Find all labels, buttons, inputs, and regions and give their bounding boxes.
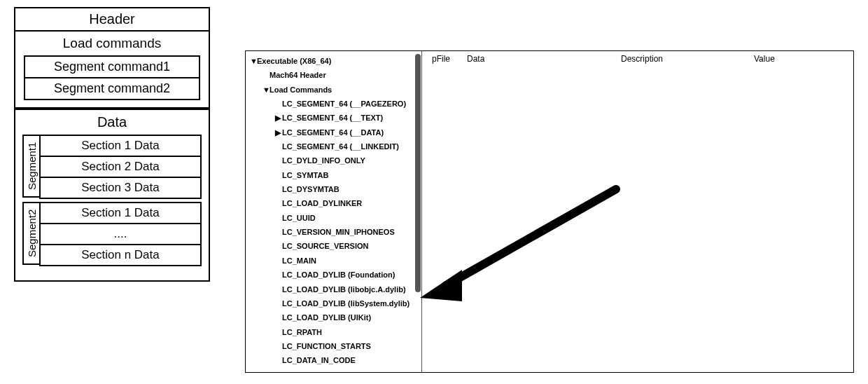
diagram-section-row: Section 3 Data [39, 177, 202, 199]
tree-node-label: LC_LOAD_DYLIB (UIKit) [282, 313, 371, 322]
tree-node[interactable]: ▼Load Commands [250, 83, 416, 97]
column-header-description: Description [611, 54, 744, 68]
tree-node[interactable]: LC_LOAD_DYLINKER [250, 196, 416, 210]
tree-node-label: LC_DATA_IN_CODE [282, 356, 356, 364]
tree-node[interactable]: LC_SYMTAB [250, 168, 416, 182]
tree-node-label: LC_LOAD_DYLIB (Foundation) [282, 270, 395, 279]
tree-node[interactable]: LC_LOAD_DYLIB (Foundation) [250, 268, 416, 282]
tree-node[interactable]: LC_DATA_IN_CODE [250, 353, 416, 367]
tree-node[interactable]: LC_FUNCTION_STARTS [250, 339, 416, 353]
diagram-section-row: Section 1 Data [39, 135, 202, 157]
tree-node-label: LC_CODE_SIGNATURE [282, 371, 368, 372]
tree-node[interactable]: ▶LC_SEGMENT_64 (__TEXT) [250, 111, 416, 125]
tree-node-label: LC_SEGMENT_64 (__TEXT) [282, 114, 383, 122]
macho-tree[interactable]: ▼Executable (X86_64)Mach64 Header▼Load C… [246, 51, 421, 372]
tree-node-label: LC_VERSION_MIN_IPHONEOS [282, 228, 395, 236]
macho-inspector-panel: ▼Executable (X86_64)Mach64 Header▼Load C… [245, 50, 854, 373]
tree-node[interactable]: LC_LOAD_DYLIB (libSystem.dylib) [250, 296, 416, 310]
diagram-section-row: Section 2 Data [39, 156, 202, 178]
tree-node[interactable]: LC_LOAD_DYLIB (UIKit) [250, 310, 416, 324]
tree-node[interactable]: ▼Executable (X86_64) [250, 54, 416, 68]
tree-node[interactable]: LC_CODE_SIGNATURE [250, 368, 416, 372]
tree-node-label: Load Commands [270, 85, 332, 94]
tree-node-label: LC_UUID [282, 214, 316, 222]
diagram-segment-command: Segment command1 [24, 55, 200, 78]
tree-node[interactable]: LC_SOURCE_VERSION [250, 239, 416, 253]
tree-node[interactable]: LC_RPATH [250, 325, 416, 339]
disclosure-icon[interactable]: ▼ [262, 83, 270, 97]
tree-node[interactable]: LC_DYSYMTAB [250, 182, 416, 196]
tree-node[interactable]: LC_LOAD_DYLIB (libobjc.A.dylib) [250, 282, 416, 296]
diagram-section-row: .... [39, 223, 202, 245]
diagram-header: Header [15, 8, 209, 32]
tree-node-label: LC_FUNCTION_STARTS [282, 342, 371, 350]
diagram-segment-label: Segment2 [22, 202, 41, 265]
tree-node[interactable]: LC_UUID [250, 211, 416, 225]
detail-column-headers: pFile Data Description Value [422, 51, 853, 68]
diagram-data: Data Segment1Section 1 DataSection 2 Dat… [15, 110, 209, 280]
tree-node-label: LC_SEGMENT_64 (__PAGEZERO) [282, 100, 406, 108]
diagram-segment-command: Segment command2 [24, 77, 200, 100]
tree-node[interactable]: ▶LC_SEGMENT_64 (__DATA) [250, 125, 416, 139]
scrollbar-vertical[interactable] [414, 53, 421, 371]
tree-node-label: LC_DYLD_INFO_ONLY [282, 156, 365, 165]
diagram-segment: Segment1Section 1 DataSection 2 DataSect… [22, 135, 202, 198]
tree-column: ▼Executable (X86_64)Mach64 Header▼Load C… [246, 51, 422, 372]
diagram-data-title: Data [22, 114, 202, 130]
diagram-load-commands-title: Load commands [24, 36, 200, 51]
column-header-value: Value [744, 54, 785, 68]
tree-node-label: LC_SYMTAB [282, 171, 328, 179]
tree-node-label: LC_LOAD_DYLIB (libSystem.dylib) [282, 299, 410, 308]
disclosure-icon[interactable]: ▶ [275, 111, 282, 125]
scrollbar-thumb[interactable] [415, 54, 421, 292]
tree-node-label: LC_DYSYMTAB [282, 185, 340, 193]
tree-node-label: LC_SEGMENT_64 (__LINKEDIT) [282, 142, 399, 151]
tree-node-label: Mach64 Header [270, 71, 326, 79]
diagram-section-row: Section 1 Data [39, 202, 202, 224]
tree-node-label: LC_RPATH [282, 328, 322, 336]
tree-node-label: Executable (X86_64) [257, 57, 331, 65]
diagram-segment-label: Segment1 [22, 135, 41, 198]
diagram-segment: Segment2Section 1 Data....Section n Data [22, 202, 202, 265]
tree-node-label: LC_MAIN [282, 256, 316, 265]
tree-node-label: LC_SEGMENT_64 (__DATA) [282, 128, 384, 137]
tree-node[interactable]: LC_SEGMENT_64 (__PAGEZERO) [250, 97, 416, 111]
column-header-data: Data [457, 54, 611, 68]
column-header-pfile: pFile [422, 54, 457, 68]
macho-structure-diagram: Header Load commands Segment command1 Se… [14, 7, 210, 282]
diagram-load-commands: Load commands Segment command1 Segment c… [15, 32, 209, 110]
tree-node-label: LC_SOURCE_VERSION [282, 242, 368, 250]
tree-node[interactable]: LC_SEGMENT_64 (__LINKEDIT) [250, 139, 416, 153]
diagram-section-row: Section n Data [39, 244, 202, 266]
tree-node-label: LC_LOAD_DYLIB (libobjc.A.dylib) [282, 285, 406, 294]
tree-node[interactable]: Mach64 Header [250, 68, 416, 82]
tree-node[interactable]: LC_MAIN [250, 254, 416, 268]
disclosure-icon[interactable]: ▼ [250, 54, 257, 68]
tree-node[interactable]: LC_DYLD_INFO_ONLY [250, 153, 416, 167]
tree-node[interactable]: LC_VERSION_MIN_IPHONEOS [250, 225, 416, 239]
tree-node-label: LC_LOAD_DYLINKER [282, 199, 362, 207]
disclosure-icon[interactable]: ▶ [275, 125, 282, 139]
